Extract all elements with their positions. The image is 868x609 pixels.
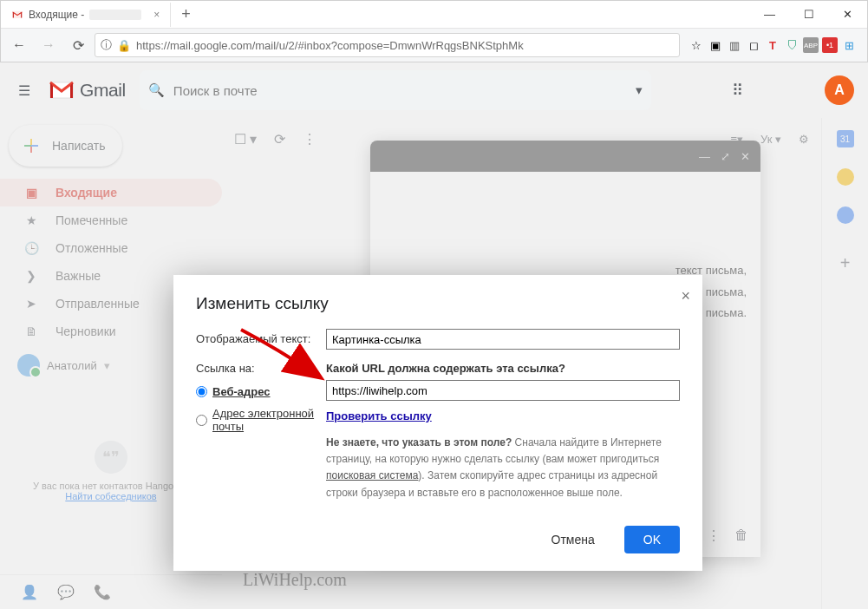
ext-t-icon[interactable]: T [765, 37, 780, 53]
search-icon: 🔍 [148, 82, 165, 98]
ext-square-icon[interactable]: ◻ [746, 37, 761, 53]
radio-web-address[interactable]: Веб-адрес [196, 385, 317, 398]
link-to-label: Ссылка на: [196, 362, 317, 375]
search-dropdown-icon[interactable]: ▾ [636, 82, 643, 98]
browser-tab[interactable]: Входящие - × [1, 3, 171, 27]
url-question-label: Какой URL должна содержать эта ссылка? [326, 362, 680, 375]
dialog-title: Изменить ссылку [196, 294, 680, 313]
watermark: LiWiHelp.com [243, 570, 347, 590]
address-bar[interactable]: ⓘ 🔒 https://mail.google.com/mail/u/2/#in… [95, 33, 680, 57]
ext-box-icon[interactable]: ▣ [708, 37, 723, 53]
account-avatar[interactable]: A [825, 75, 854, 105]
gmail-logo-text: Gmail [80, 80, 126, 101]
search-bar[interactable]: 🔍 Поиск в почте ▾ [140, 70, 651, 110]
gmail-logo[interactable]: Gmail [49, 80, 126, 101]
browser-toolbar: ← → ⟳ ⓘ 🔒 https://mail.google.com/mail/u… [1, 29, 867, 62]
main-menu-icon[interactable]: ☰ [14, 82, 35, 99]
dialog-hint: Не знаете, что указать в этом поле? Снач… [326, 435, 680, 501]
ok-button[interactable]: OK [624, 526, 680, 553]
edit-link-dialog: × Изменить ссылку Отображаемый текст: Сс… [173, 275, 702, 571]
window-close[interactable]: ✕ [828, 2, 867, 28]
tab-close-icon[interactable]: × [153, 9, 160, 21]
new-tab-button[interactable]: + [171, 5, 201, 23]
nav-refresh[interactable]: ⟳ [65, 32, 91, 58]
ext-puzzle-icon[interactable]: ⊞ [841, 37, 857, 53]
radio-web-input[interactable] [196, 386, 207, 397]
radio-email-input[interactable] [196, 415, 207, 426]
extension-bar: ☆ ▣ ▥ ◻ T ⛉ ABP •1 ⊞ [683, 37, 862, 53]
cancel-button[interactable]: Отмена [532, 526, 614, 553]
display-text-input[interactable] [326, 329, 680, 350]
apps-grid-icon[interactable]: ⠿ [732, 81, 743, 100]
lock-icon: 🔒 [117, 39, 131, 52]
tab-title: Входящие - [29, 9, 84, 21]
ext-abp-icon[interactable]: ABP [803, 37, 819, 53]
gmail-header: ☰ Gmail 🔍 Поиск в почте ▾ ⠿ A [0, 62, 868, 118]
nav-forward[interactable]: → [36, 32, 62, 58]
display-text-label: Отображаемый текст: [196, 329, 317, 345]
gmail-logo-icon [49, 81, 75, 100]
nav-back[interactable]: ← [6, 32, 32, 58]
browser-titlebar: Входящие - × + — ☐ ✕ [1, 1, 867, 29]
url-input[interactable] [326, 380, 680, 401]
url-text: https://mail.google.com/mail/u/2/#inbox?… [136, 39, 524, 52]
ext-star-icon[interactable]: ☆ [689, 37, 704, 53]
gmail-favicon [11, 9, 23, 21]
test-link[interactable]: Проверить ссылку [326, 409, 432, 422]
radio-email-address[interactable]: Адрес электронной почты [196, 407, 317, 433]
tab-blur [89, 10, 141, 20]
search-placeholder: Поиск в почте [173, 83, 258, 98]
ext-badge-icon[interactable]: •1 [822, 37, 838, 53]
ext-book-icon[interactable]: ▥ [727, 37, 742, 53]
info-icon: ⓘ [101, 37, 112, 53]
window-maximize[interactable]: ☐ [789, 2, 828, 28]
window-minimize[interactable]: — [750, 2, 789, 28]
ext-shield-icon[interactable]: ⛉ [784, 37, 799, 53]
dialog-close-icon[interactable]: × [681, 287, 690, 305]
hint-search-link[interactable]: поисковая система [326, 469, 418, 481]
